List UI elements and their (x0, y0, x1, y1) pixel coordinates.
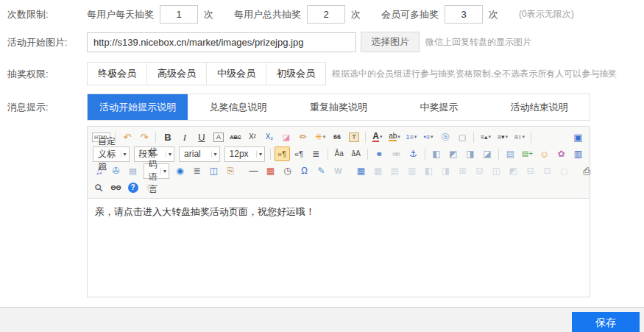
tab-activity-end[interactable]: 活动结束说明 (489, 94, 590, 120)
help-icon[interactable]: ? (125, 180, 141, 195)
page-break-icon: ▢ (556, 163, 572, 178)
blockquote-icon[interactable]: 66 (329, 130, 344, 144)
superscript-icon[interactable]: X² (244, 130, 260, 144)
outdent-icon[interactable]: «¶ (291, 146, 307, 161)
calendar-widget-icon[interactable]: ▤ (125, 163, 141, 178)
multi-image-icon[interactable]: ▤+ (520, 146, 535, 161)
underline-icon[interactable]: U (194, 130, 209, 144)
tab-win-prompt[interactable]: 中奖提示 (389, 94, 489, 120)
line-height-dropdown-icon[interactable]: ≡↕▾ (512, 130, 527, 144)
para-spacing-before-dropdown-icon[interactable]: ≡▴▾ (478, 130, 493, 144)
link-icon[interactable]: ⚭ (372, 146, 387, 161)
editor-content-area[interactable]: 亲，请点击进入大转盘抽奖活动页面，祝您好运哦！ (88, 199, 590, 297)
horizontal-rule-icon[interactable]: — (246, 163, 261, 178)
toolbar-separator (155, 132, 156, 143)
preview-icon[interactable]: ⚲ (91, 180, 107, 195)
snippet-icon[interactable]: ⎘ (223, 163, 238, 178)
image-hint: 微信上回复转盘的显示图片 (425, 36, 531, 49)
color-sparkle-dropdown-icon[interactable]: ✳▾ (312, 130, 328, 144)
bold-icon[interactable]: B (160, 130, 175, 144)
pre-icon[interactable]: ≣ (189, 163, 205, 178)
cell-prop-icon: ▥ (404, 163, 420, 178)
code-language-select[interactable]: 代码语言▾ (144, 163, 169, 179)
member-group-buttons: 终极会员 高级会员 中级会员 初级会员 (87, 62, 326, 85)
save-button[interactable]: 保存 (572, 312, 640, 332)
paste-icon: ⎗ (142, 180, 158, 195)
image-align-none-icon[interactable]: ◪ (479, 146, 495, 161)
row-delete-icon: ⊟ (523, 163, 538, 178)
italic-icon[interactable]: I (177, 130, 192, 144)
border-text-icon[interactable]: A (210, 130, 226, 144)
permission-hint: 根据选中的会员组进行参与抽奖资格限制,全不选表示所有人可以参与抽奖 (332, 68, 617, 80)
palette-icon[interactable]: ✿ (553, 146, 569, 161)
unordered-list-dropdown-icon[interactable]: •≡▾ (420, 130, 436, 144)
image-align-center-icon[interactable]: ◩ (445, 146, 461, 161)
emoticon-icon[interactable]: ☺ (537, 146, 552, 161)
footer-bar: 保存 (0, 307, 644, 332)
per-day-input[interactable] (160, 5, 198, 24)
blank-page-icon[interactable]: ▢ (454, 130, 470, 144)
font-family-select[interactable]: arial▾ (179, 146, 219, 162)
total-label: 每用户总共抽奖 (234, 8, 301, 21)
columns-icon[interactable]: ◫ (206, 163, 222, 178)
image-row: 活动开始图片: 选择图片 微信上回复转盘的显示图片 (0, 32, 644, 52)
code-icon[interactable]: ◉ (172, 163, 188, 178)
paragraph-mark-icon[interactable]: ≣ (308, 146, 324, 161)
print-icon[interactable]: ⎙ (579, 163, 595, 178)
para-spacing-after-dropdown-icon[interactable]: ≡▾▾ (495, 130, 510, 144)
tab-redeem-info[interactable]: 兑奖信息说明 (188, 94, 288, 120)
font-size-select-value: 12px (230, 149, 249, 159)
chevron-down-icon: ▾ (166, 151, 171, 158)
attachment-icon[interactable]: ✇ (108, 163, 124, 178)
ordered-list-dropdown-icon[interactable]: 1≡▾ (403, 130, 419, 144)
image-url-input[interactable] (87, 32, 356, 52)
to-uppercase-icon[interactable]: Âa (331, 146, 347, 161)
cell-split-icon: ◩ (506, 163, 521, 178)
paste-as-text-icon[interactable]: T (346, 130, 361, 144)
fullscreen-icon[interactable]: ▣ (570, 130, 586, 144)
image-align-left-icon[interactable]: ◧ (428, 146, 444, 161)
member-extra-input[interactable] (445, 5, 483, 24)
music-icon[interactable]: ♫ (91, 163, 107, 178)
toolbar-separator (367, 149, 368, 160)
choose-image-button[interactable]: 选择图片 (361, 32, 420, 52)
heading-select[interactable]: 自定义标题▾ (93, 146, 130, 162)
to-lowercase-icon[interactable]: âA (348, 146, 364, 161)
member-option-junior[interactable]: 初级会员 (266, 63, 325, 85)
member-option-senior[interactable]: 高级会员 (147, 63, 207, 85)
limit-row: 次数限制: 每用户每天抽奖 次 每用户总共抽奖 次 会员可多抽奖 次 (0表示无… (0, 5, 644, 24)
insert-date-icon[interactable]: ▦ (263, 163, 278, 178)
comment-edit-icon[interactable]: ✎ (314, 163, 329, 178)
member-option-middle[interactable]: 中级会员 (207, 63, 266, 85)
lottery-settings-page: 次数限制: 每用户每天抽奖 次 每用户总共抽奖 次 会员可多抽奖 次 (0表示无… (0, 5, 644, 332)
tab-activity-start[interactable]: 活动开始提示说明 (88, 94, 188, 120)
toolbar-separator (531, 132, 531, 143)
member-option-ultimate[interactable]: 终极会员 (88, 63, 147, 85)
editor-toolbar: HTML↶↷BIUAABCX²X₂◪✏✳▾66TA▾ab▾1≡▾•≡▾ⓐ▢≡▴▾… (88, 127, 590, 199)
toolbar-separator (365, 132, 366, 143)
image-icon[interactable]: ▤ (503, 146, 518, 161)
member-extra-unit: 次 (489, 8, 498, 21)
anchor-a-icon[interactable]: ⓐ (437, 130, 453, 144)
special-char-icon[interactable]: Ω (297, 163, 312, 178)
font-color-dropdown-icon[interactable]: A▾ (369, 130, 385, 144)
subscript-icon[interactable]: X₂ (261, 130, 277, 144)
image-row-label: 活动开始图片: (7, 35, 87, 49)
table-icon[interactable]: ▦ (353, 163, 369, 178)
insert-time-icon[interactable]: ◷ (280, 163, 295, 178)
eraser-icon[interactable]: ◪ (278, 130, 294, 144)
total-input[interactable] (307, 5, 345, 24)
highlight-color-dropdown-icon[interactable]: ab▾ (386, 130, 402, 144)
image-align-right-icon[interactable]: ◨ (462, 146, 478, 161)
format-brush-icon[interactable]: ✏ (295, 130, 311, 144)
find-replace-icon[interactable]: ΘΘ (108, 180, 124, 195)
redo-icon[interactable]: ↷ (136, 130, 152, 144)
anchor-icon[interactable]: ⚓ (406, 146, 421, 161)
media-icon[interactable]: ▥ (570, 146, 586, 161)
undo-icon[interactable]: ↶ (119, 130, 135, 144)
table-delete-icon: ▦ (370, 163, 386, 178)
strikethrough-icon[interactable]: ABC (227, 130, 243, 144)
indent-icon[interactable]: »¶ (275, 146, 290, 161)
tab-repeat-draw[interactable]: 重复抽奖说明 (289, 94, 389, 120)
font-size-select[interactable]: 12px▾ (224, 146, 265, 162)
